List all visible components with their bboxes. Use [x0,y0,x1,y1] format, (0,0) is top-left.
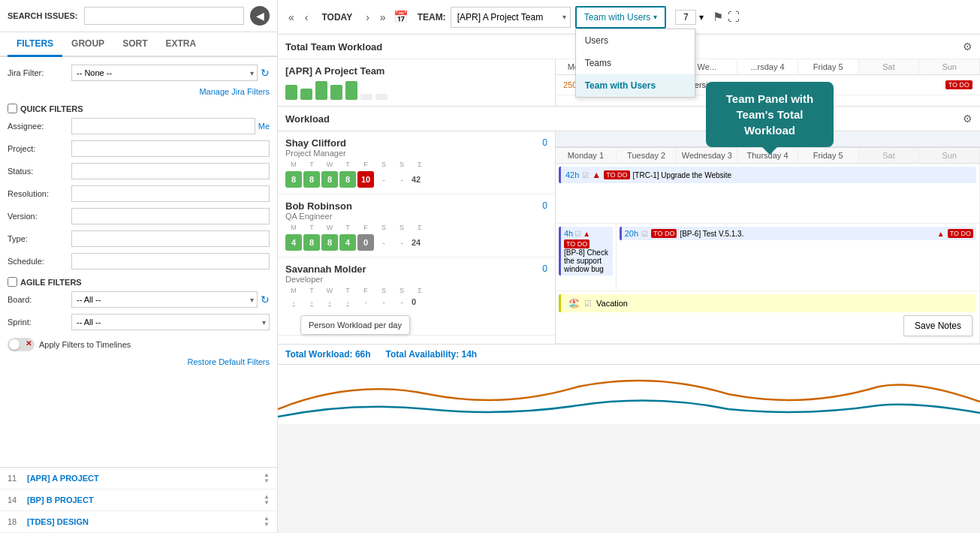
quick-filters-title: QUICK FILTERS [20,104,83,113]
person-role-savannah: Developer [285,275,542,284]
bob-issue-bp8[interactable]: 4h ☑ ▲ TO DO [BP-8] Check the support wi… [559,227,613,276]
team-select-wrap: [APR] A Project Team [451,7,571,28]
tab-filters[interactable]: FILTERS [8,32,62,57]
project-num-apr: 11 [8,474,23,483]
issue-todo-badge: TO DO [945,80,972,89]
day-shay-sigma: 42 [412,175,421,184]
quick-filters-checkbox[interactable] [8,104,17,113]
schedule-label: Schedule: [8,257,71,266]
day-sav-2: - [321,297,338,306]
search-input[interactable] [84,7,244,25]
resolution-label: Resolution: [8,189,71,198]
type-label: Type: [8,234,71,243]
savannah-vacation-block[interactable]: 🏖️ ☑ Vacation [559,294,976,312]
team-bars-row [285,81,547,100]
view-option-users[interactable]: Users [576,29,695,52]
day-bob-3: 4 [339,234,356,251]
view-mode-button[interactable]: Team with Users ▾ [575,6,667,29]
person-name-savannah: Savannah Molder [285,263,542,275]
sprint-select[interactable]: -- All -- [71,314,270,330]
next-next-button[interactable]: » [377,10,389,25]
board-select[interactable]: -- All -- [71,291,258,308]
chart-area [278,364,980,424]
back-button[interactable]: ◀ [250,6,270,26]
project-input[interactable] [71,140,270,157]
expand-icon[interactable]: ⛶ [728,11,740,24]
total-team-workload-gear-button[interactable]: ⚙ [963,41,972,53]
board-refresh-icon[interactable]: ↻ [261,294,270,306]
status-label: Status: [8,167,71,176]
workload-header: Workload ⚙ [278,107,980,131]
restore-filters-link[interactable]: Restore Default Filters [8,357,270,366]
workload-calendar-area: #6 February 1 — 7 2021 Monday 1 Tuesday … [556,131,980,344]
agile-filters-title: AGILE FILTERS [20,278,82,287]
tab-group[interactable]: GROUP [62,32,113,57]
jira-filter-refresh-icon[interactable]: ↻ [261,67,270,79]
bar-4 [345,81,357,100]
day-shay-3: 8 [339,171,356,188]
apply-filters-label: Apply Filters to Timelines [39,340,131,349]
next-button[interactable]: › [363,10,372,25]
team-label: TEAM: [418,12,446,23]
status-input[interactable] [71,163,270,179]
team-select[interactable]: [APR] A Project Team [451,7,571,28]
shay-timeline-row: 42h ☑ ▲ TO DO [TRC-1] Upgrade the Websit… [556,164,980,224]
search-label: SEARCH ISSUES: [8,11,78,20]
version-input[interactable] [71,208,270,224]
me-link[interactable]: Me [258,122,270,131]
days-labels-savannah: M T W T F S S Σ [278,287,555,296]
view-option-teams[interactable]: Teams [576,52,695,74]
days-row-shay: 8 8 8 8 10 - - 42 [278,170,555,194]
assignee-input[interactable] [71,118,255,134]
agile-filters-checkbox[interactable] [8,277,17,287]
team-panel-left: [APR] A Project Team [278,59,556,106]
view-mode-label: Team with Users [584,12,651,23]
bar-5 [360,94,372,100]
resolution-input[interactable] [71,185,270,202]
num-days-dropdown[interactable]: ▾ [698,11,705,24]
workload-gear-button[interactable]: ⚙ [963,113,972,125]
days-row-savannah: - - - - - - - 0 [278,296,555,312]
project-item-bp[interactable]: 14 [BP] B PROJECT ▲ ▼ [0,489,277,511]
sprint-select-wrap: -- All -- [71,314,270,330]
shay-issue-trc1[interactable]: 42h ☑ ▲ TO DO [TRC-1] Upgrade the Websit… [559,167,976,183]
day-bob-sigma: 24 [412,238,421,247]
bob-issue-bp6[interactable]: 20h ☑ TO DO [BP-6] Test V.5.1.3. ▲ TO DO [620,227,976,240]
bottom-bar: Total Workload: 66h Total Availability: … [278,344,980,364]
view-option-team-with-users[interactable]: Team with Users [576,74,695,97]
day-shay-2: 8 [321,171,338,188]
tab-extra[interactable]: EXTRA [156,32,205,57]
day-bob-2: 8 [321,234,338,251]
team-panel-name: [APR] A Project Team [285,65,547,77]
project-item-tdes[interactable]: 18 [TDES] DESIGN ▲ ▼ [0,511,277,533]
save-notes-button[interactable]: Save Notes [903,315,972,336]
apply-filters-toggle[interactable]: ✕ [8,338,35,351]
person-role-shay: Project Manager [285,149,542,158]
bar-0 [285,85,297,100]
assignee-label: Assignee: [8,122,71,131]
person-workload-tooltip: Person Workload per day [300,315,410,335]
schedule-input[interactable] [71,253,270,270]
workload-content: Shay Clifford Project Manager 0 M T W T [278,131,980,344]
prev-button[interactable]: ‹ [302,10,312,25]
cal-day-sat: Sat [859,59,920,74]
total-availability-stat: Total Availability: 14h [386,349,478,360]
flag-icon[interactable]: ⚑ [713,10,723,24]
team-panel-tooltip: Team Panel with Team's Total Workload [706,82,834,147]
prev-prev-button[interactable]: « [285,10,297,25]
person-header-savannah: Savannah Molder Developer 0 [278,257,555,287]
day-sav-4: - [357,297,374,306]
shay-col-0: 42h ☑ ▲ TO DO [TRC-1] Upgrade the Websit… [556,164,980,223]
calendar-icon-button[interactable]: 📅 [394,10,409,24]
person-row-savannah: Savannah Molder Developer 0 M T W T F [278,257,555,336]
tab-sort[interactable]: SORT [113,32,156,57]
manage-filters-link[interactable]: Manage Jira Filters [8,87,270,96]
person-name-shay: Shay Clifford [285,137,542,149]
type-input[interactable] [71,230,270,247]
board-label: Board: [8,295,71,304]
project-item-apr[interactable]: 11 [APR] A PROJECT ▲ ▼ [0,468,277,489]
jira-filter-select[interactable]: -- None -- [71,65,258,81]
project-label: Project: [8,144,71,153]
today-button[interactable]: TODAY [315,9,358,26]
cal-day-4: Friday 5 [798,59,859,74]
